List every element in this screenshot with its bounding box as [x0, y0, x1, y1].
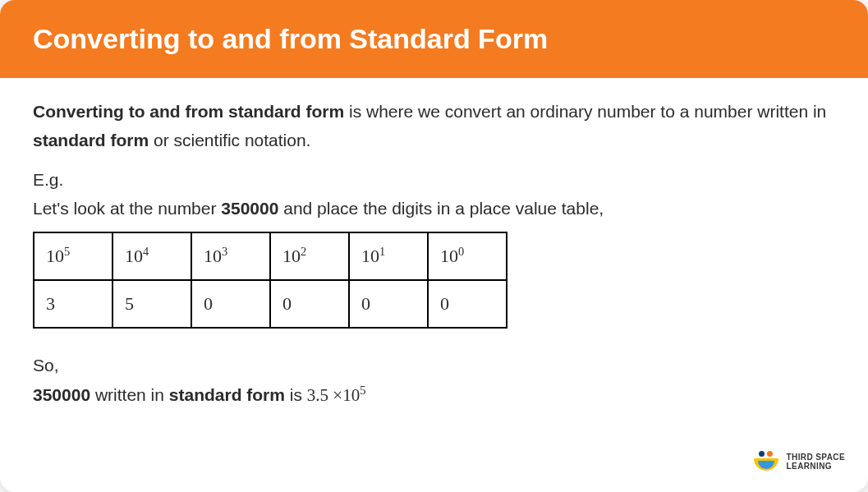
pv-digit: 3 [34, 280, 113, 328]
result-times: × [328, 385, 342, 405]
pv-exp: 0 [458, 244, 464, 257]
result-number: 350000 [33, 385, 90, 404]
pv-base: 10 [282, 246, 301, 266]
pv-digit: 0 [428, 280, 507, 328]
result-sf: standard form [169, 385, 285, 404]
pv-header: 102 [270, 232, 349, 280]
intro-paragraph: Converting to and from standard form is … [33, 98, 835, 154]
pv-exp: 4 [143, 244, 149, 257]
pv-header: 101 [349, 232, 428, 280]
result-line: 350000 written in standard form is 3.5 ×… [33, 380, 835, 410]
result-mid1: written in [90, 385, 169, 404]
card-content: Converting to and from standard form is … [0, 78, 868, 429]
result-mid2: is [285, 385, 307, 404]
pv-header: 100 [428, 232, 507, 280]
pv-header: 105 [34, 232, 113, 280]
lets-look-pre: Let's look at the number [33, 199, 221, 218]
pv-base: 10 [46, 246, 64, 266]
lets-look-post: and place the digits in a place value ta… [278, 199, 604, 218]
pv-digit: 0 [349, 280, 428, 328]
pv-base: 10 [361, 246, 379, 266]
pv-exp: 2 [301, 244, 306, 257]
result-coef: 3.5 [307, 385, 328, 405]
pv-exp: 5 [64, 244, 70, 257]
example-label: E.g. [33, 166, 835, 195]
intro-bold-lead: Converting to and from standard form [33, 102, 344, 121]
card-header: Converting to and from Standard Form [0, 0, 868, 78]
page-title: Converting to and from Standard Form [33, 23, 548, 54]
brand-logo: THIRD SPACE LEARNING [752, 451, 845, 472]
pv-digit: 0 [270, 280, 349, 328]
lesson-card: Converting to and from Standard Form Con… [0, 0, 868, 492]
pv-header: 103 [191, 232, 270, 280]
pv-base: 10 [125, 246, 143, 266]
intro-bold-mid: standard form [33, 131, 149, 149]
brand-line2: LEARNING [787, 462, 845, 471]
pv-base: 10 [204, 246, 222, 266]
place-value-table: 105 104 103 102 101 100 3 5 0 0 0 0 [33, 232, 507, 329]
pv-exp: 3 [222, 244, 227, 257]
result-base: 10 [342, 385, 360, 405]
brand-text: THIRD SPACE LEARNING [787, 453, 845, 471]
pv-header: 104 [113, 232, 191, 280]
brand-line1: THIRD SPACE [787, 453, 845, 462]
result-exp: 5 [360, 384, 365, 397]
pv-digit: 0 [191, 280, 270, 328]
intro-text-2: or scientific notation. [149, 131, 310, 149]
table-digit-row: 3 5 0 0 0 0 [34, 280, 507, 328]
pv-base: 10 [440, 246, 458, 266]
pv-exp: 1 [379, 244, 385, 257]
pv-digit: 5 [113, 280, 191, 328]
so-label: So, [33, 352, 835, 380]
intro-text-1: is where we convert an ordinary number t… [344, 102, 826, 121]
logo-icon [752, 451, 780, 472]
lets-look-number: 350000 [221, 199, 278, 218]
table-header-row: 105 104 103 102 101 100 [34, 232, 507, 280]
example-intro: Let's look at the number 350000 and plac… [33, 195, 835, 223]
